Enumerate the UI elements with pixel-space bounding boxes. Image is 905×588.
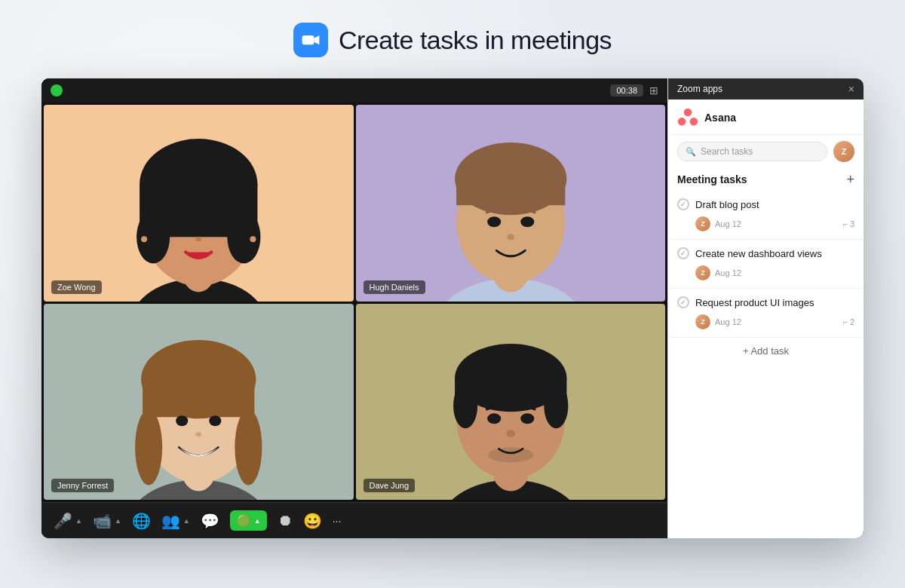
bottom-toolbar: 🎤 ▲ 📹 ▲ 🌐 👥 ▲ 💬 🟢 [41,502,667,538]
video-cell-hugh: Hugh Daniels [356,105,666,302]
task-date-2: Aug 12 [715,268,741,277]
svg-point-38 [453,383,477,428]
svg-point-32 [195,432,201,436]
task-item-draft-blog: ✓ Draft blog post Z Aug 12 ⌐ 3 [668,191,864,240]
search-icon: 🔍 [686,147,696,157]
participant-label-zoe: Zoe Wong [51,280,102,294]
search-tasks-input[interactable]: Search tasks [701,146,753,157]
task-check-3[interactable]: ✓ [677,296,689,308]
close-button[interactable]: × [848,83,854,95]
subtask-icon-1: ⌐ [843,220,848,228]
task-meta-left-3: Z Aug 12 [695,314,741,329]
svg-point-44 [684,109,692,117]
task-meta-2: Z Aug 12 [677,265,854,280]
svg-point-30 [176,415,188,426]
zoom-window: 00:38 ⊞ [41,78,864,538]
svg-point-43 [488,447,533,462]
video-chevron: ▲ [115,517,121,525]
record-icon: ⏺ [278,512,293,529]
task-check-1[interactable]: ✓ [677,198,689,210]
task-meta-left-2: Z Aug 12 [695,265,741,280]
share-button[interactable]: 🟢 ▲ [230,510,267,531]
page-title: Create tasks in meetings [339,26,612,55]
svg-point-29 [235,409,262,485]
svg-point-8 [227,210,260,263]
task-check-2[interactable]: ✓ [677,247,689,259]
video-cell-jenny: Jenny Forrest [44,304,354,501]
task-item-dashboard: ✓ Create new dashboard views Z Aug 12 [668,240,864,289]
asana-app-header: Asana [668,100,864,135]
video-button[interactable]: 📹 ▲ [93,512,121,530]
chat-button[interactable]: 💬 [201,512,219,530]
video-toolbar: 00:38 ⊞ [41,78,667,103]
toolbar-right: 00:38 ⊞ [610,84,658,96]
video-grid: Zoe Wong [41,103,667,502]
task-date-1: Aug 12 [715,219,741,228]
video-cell-zoe: Zoe Wong [44,105,354,302]
task-name-3: Request product UI images [695,297,814,308]
video-bg-jenny [44,304,354,501]
video-bg-hugh [356,105,666,302]
svg-point-7 [137,210,170,263]
task-subtask-count-3: ⌐ 2 [843,317,854,326]
svg-rect-18 [456,179,565,205]
asana-app-name: Asana [704,112,736,124]
reactions-icon: 😀 [303,512,322,530]
toolbar-left [51,84,63,96]
svg-point-21 [507,234,514,240]
svg-point-46 [690,118,698,126]
camera-icon: 📹 [93,512,112,530]
svg-point-13 [250,236,256,242]
task-meta-3: Z Aug 12 ⌐ 2 [677,314,854,329]
globe-button[interactable]: 🌐 [132,512,151,530]
svg-rect-0 [302,35,314,44]
svg-point-31 [209,415,221,426]
video-section: 00:38 ⊞ [41,78,667,538]
task-meta-left-1: Z Aug 12 [695,216,741,231]
add-task-plus-button[interactable]: + [846,173,854,186]
grid-view-icon[interactable]: ⊞ [649,84,658,96]
task-subtask-count-1: ⌐ 3 [843,219,854,228]
mic-chevron: ▲ [75,517,82,525]
video-cell-dave: Dave Jung [356,304,666,501]
asana-logo-icon [677,107,698,128]
task-meta-1: Z Aug 12 ⌐ 3 [677,216,854,231]
svg-point-27 [144,390,253,417]
subtask-icon-3: ⌐ [843,318,848,326]
tasks-list: ✓ Draft blog post Z Aug 12 ⌐ 3 [668,191,864,538]
asana-panel: Zoom apps × Asana 🔍 Search tasks [667,78,864,538]
share-chevron: ▲ [254,517,261,525]
svg-point-11 [195,237,201,241]
people-icon: 👥 [161,512,180,530]
task-avatar-2: Z [695,265,710,280]
mic-icon: 🎤 [54,512,72,530]
mic-button[interactable]: 🎤 ▲ [54,512,82,530]
task-item-product-ui: ✓ Request product UI images Z Aug 12 ⌐ 2 [668,289,864,338]
participant-label-hugh: Hugh Daniels [364,280,425,294]
reactions-button[interactable]: 😀 [303,512,322,530]
video-bg-zoe [44,105,354,302]
svg-marker-1 [314,35,319,44]
search-box[interactable]: 🔍 Search tasks [677,142,827,161]
record-button[interactable]: ⏺ [278,512,293,529]
participant-label-dave: Dave Jung [364,479,416,492]
search-row: 🔍 Search tasks Z [668,135,864,168]
user-avatar: Z [833,141,854,162]
svg-point-12 [141,236,147,242]
asana-titlebar: Zoom apps × [668,78,864,100]
add-task-row[interactable]: + Add task [668,338,864,364]
svg-point-40 [487,413,501,424]
task-avatar-3: Z [695,314,710,329]
page-header: Create tasks in meetings [293,23,612,57]
asana-titlebar-label: Zoom apps [677,84,722,94]
more-button[interactable]: ··· [333,515,342,527]
participant-label-jenny: Jenny Forrest [51,479,114,492]
task-top-3: ✓ Request product UI images [677,296,854,308]
zoom-logo-icon [293,23,328,57]
participants-button[interactable]: 👥 ▲ [161,512,190,530]
share-icon: 🟢 [236,513,251,528]
svg-point-20 [520,216,534,227]
task-name-2: Create new dashboard views [695,248,822,259]
meeting-tasks-header: Meeting tasks + [668,168,864,191]
meeting-timer: 00:38 [610,84,643,96]
